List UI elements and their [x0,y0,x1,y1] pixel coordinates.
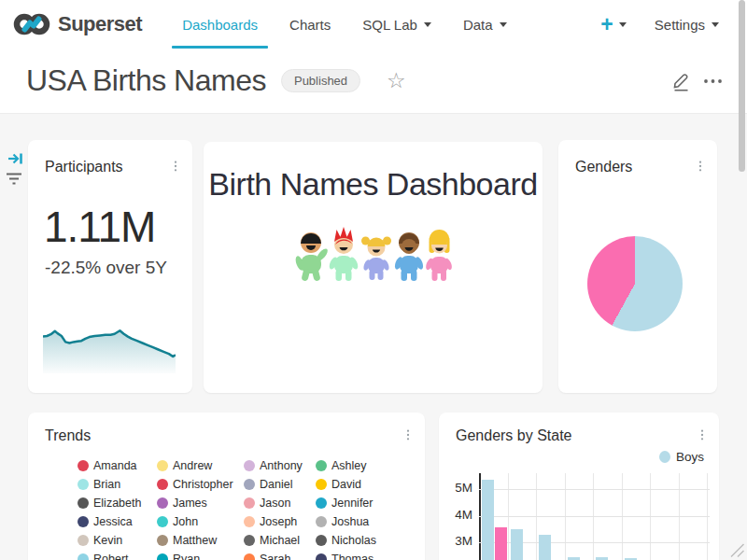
trends-card: Trends AmandaAndrewAnthonyAshleyBrianChr… [28,413,425,560]
legend-item[interactable]: Jason [244,497,316,510]
legend-item[interactable]: Andrew [157,459,244,472]
legend-item[interactable]: Anthony [244,459,316,472]
legend-item[interactable]: Elizabeth [78,497,157,510]
legend-label: Matthew [173,534,217,547]
legend-label: Sarah [260,553,290,560]
legend-dot [244,479,255,490]
legend-item[interactable]: David [316,478,404,491]
gridline [565,473,566,560]
bar-boys[interactable] [511,529,523,560]
legend-label: Andrew [173,459,212,472]
chevron-down-icon [619,22,627,27]
expand-filter-bar-icon[interactable] [7,151,24,166]
legend-label: Boys [676,450,704,464]
plus-icon: + [600,12,613,37]
legend-label: Brian [93,478,120,491]
legend-item[interactable]: Kevin [78,534,157,547]
line-chart-legend: AmandaAndrewAnthonyAshleyBrianChristophe… [78,456,404,560]
chevron-down-icon [500,22,507,27]
legend-item[interactable]: Jennifer [316,497,404,510]
bar-girls[interactable] [495,527,507,560]
legend-item[interactable]: Thomas [316,553,404,560]
trendline-chart[interactable] [43,319,176,373]
legend-label: Ashley [331,459,367,472]
genders-card: Genders [558,140,717,393]
nav-item-charts[interactable]: Charts [274,0,346,49]
y-axis-tick-label: 5M [442,481,472,495]
y-axis-line [479,473,481,560]
legend-dot [244,516,255,527]
legend-item[interactable]: Nicholas [316,534,404,547]
new-item-button[interactable]: + [600,12,626,37]
legend-item[interactable]: Joshua [316,515,404,528]
filter-icon[interactable] [6,172,24,186]
pie-chart[interactable] [587,236,683,331]
legend-item[interactable]: Sarah [244,553,316,560]
resize-grip-icon[interactable] [726,539,745,558]
more-actions-icon[interactable] [702,72,725,91]
superset-logo[interactable]: Superset [13,10,142,38]
legend-item[interactable]: John [157,515,244,528]
legend-item[interactable]: Robert [78,553,157,560]
legend-item[interactable]: Amanda [78,459,157,472]
legend-dot [157,553,168,560]
gridline [707,473,708,560]
settings-label: Settings [655,17,705,33]
legend-dot [157,535,168,546]
legend-item[interactable]: Michael [244,534,316,547]
legend-label: Christopher [173,478,233,491]
legend-dot [157,460,168,471]
legend-dot [244,460,255,471]
gridline [679,473,680,560]
settings-menu[interactable]: Settings [655,17,719,33]
bar-chart-plot[interactable]: 5M4M3M [479,473,712,560]
bar-boys[interactable] [482,480,494,560]
superset-infinity-icon [13,10,50,38]
bar-boys[interactable] [539,535,551,560]
legend-label: Joseph [260,515,297,528]
published-badge[interactable]: Published [281,69,360,92]
navbar-right: + Settings [600,12,719,37]
legend-item[interactable]: Ashley [316,459,404,472]
vertical-scrollbar-thumb[interactable] [739,0,745,172]
legend-label: Daniel [260,478,292,491]
kebab-menu-icon[interactable] [170,157,181,175]
legend-dot [157,479,168,490]
gridline [536,473,537,560]
legend-label: Jason [260,497,290,510]
nav-item-sql-lab[interactable]: SQL Lab [346,0,447,49]
legend-label: Elizabeth [93,497,141,510]
kebab-menu-icon[interactable] [695,157,706,175]
kebab-menu-icon[interactable] [697,426,708,444]
nav-label: Data [463,17,493,33]
legend-dot [78,516,89,527]
legend-dot [244,497,255,509]
nav-label: Charts [289,17,331,33]
legend-label: Kevin [93,534,122,547]
legend-dot [316,479,327,490]
legend-dot [659,451,670,463]
legend-item[interactable]: Brian [78,478,157,491]
nav-menu: Dashboards Charts SQL Lab Data [166,0,522,49]
favorite-star-icon[interactable]: ☆ [387,70,406,91]
legend-dot [78,460,89,471]
chevron-down-icon [712,22,719,27]
legend-item[interactable]: Daniel [244,478,316,491]
legend-item[interactable]: Ryan [157,553,244,560]
nav-label: Dashboards [182,17,258,33]
legend-item-boys[interactable]: Boys [659,450,704,464]
kebab-menu-icon[interactable] [402,426,414,444]
legend-label: John [173,515,198,528]
legend-item[interactable]: Christopher [157,478,244,491]
nav-item-dashboards[interactable]: Dashboards [166,0,274,49]
nav-item-data[interactable]: Data [447,0,523,49]
legend-item[interactable]: Matthew [157,534,244,547]
chart-title: Genders by State [456,427,572,444]
legend-label: James [173,497,207,510]
legend-item[interactable]: James [157,497,244,510]
legend-dot [316,497,327,509]
legend-dot [316,535,327,546]
legend-item[interactable]: Jessica [78,515,157,528]
edit-pencil-icon[interactable] [671,71,691,91]
legend-item[interactable]: Joseph [244,515,316,528]
